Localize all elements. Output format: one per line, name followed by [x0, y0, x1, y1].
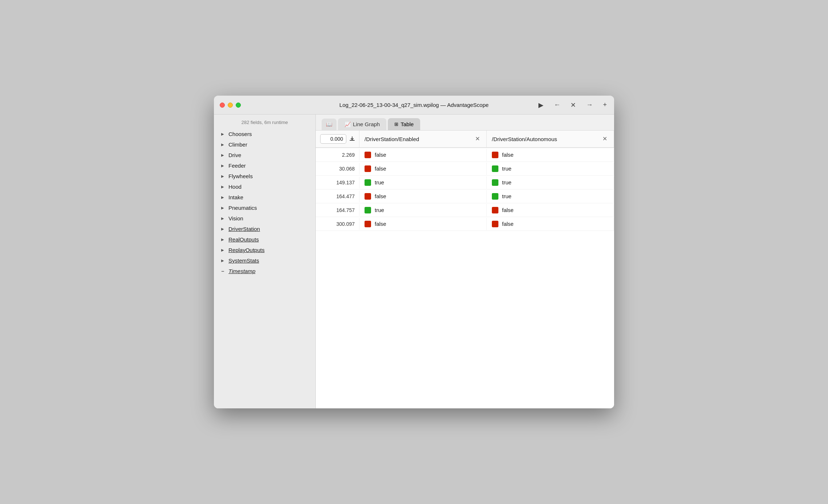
traffic-lights [220, 103, 241, 108]
arrow-icon: − [221, 268, 226, 274]
app-window: Log_22-06-25_13-00-34_q27_sim.wpilog — A… [214, 96, 614, 408]
column-header-enabled: /DriverStation/Enabled ✕ [359, 131, 487, 147]
sidebar-item-timestamp[interactable]: − Timestamp [214, 266, 315, 276]
time-input[interactable] [320, 134, 346, 144]
time-cell: 164.757 [316, 204, 359, 216]
arrow-icon: ▶ [221, 216, 226, 220]
value-text: true [375, 207, 384, 213]
sidebar-item-flywheels[interactable]: ▶ Flywheels [214, 171, 315, 181]
value-cell-autonomous: true [487, 190, 614, 203]
bool-indicator-red [365, 193, 371, 200]
line-graph-icon: 📈 [345, 121, 351, 127]
column-header-label: /DriverStation/Enabled [365, 136, 419, 142]
value-text: false [502, 221, 514, 227]
sidebar-item-climber[interactable]: ▶ Climber [214, 139, 315, 150]
time-input-cell [316, 131, 359, 147]
sidebar-item-intake[interactable]: ▶ Intake [214, 192, 315, 203]
value-text: false [375, 165, 386, 172]
close-button[interactable] [220, 103, 225, 108]
main-layout: 282 fields, 6m runtime ▶ Choosers ▶ Clim… [214, 115, 614, 408]
sidebar-item-label: Choosers [228, 131, 252, 137]
window-title: Log_22-06-25_13-00-34_q27_sim.wpilog — A… [339, 102, 489, 108]
bool-indicator-green [365, 207, 371, 213]
arrow-icon: ▶ [221, 195, 226, 199]
sidebar-item-driverstation[interactable]: ▶ DriverStation [214, 224, 315, 234]
time-cell: 149.137 [316, 177, 359, 188]
close-column-autonomous-button[interactable]: ✕ [601, 136, 609, 142]
close-column-enabled-button[interactable]: ✕ [474, 136, 481, 142]
sidebar-item-label: SystemStats [228, 257, 259, 264]
add-tab-button[interactable]: + [601, 100, 608, 110]
bool-indicator-red [492, 221, 498, 227]
window-close-button[interactable]: ✕ [569, 100, 577, 111]
sidebar-item-drive[interactable]: ▶ Drive [214, 150, 315, 160]
table-row: 164.757 true false [316, 203, 614, 217]
sidebar-item-choosers[interactable]: ▶ Choosers [214, 129, 315, 139]
value-text: true [502, 165, 511, 172]
tab-line-graph[interactable]: 📈 Line Graph [338, 118, 386, 130]
sidebar-item-replayoutputs[interactable]: ▶ ReplayOutputs [214, 245, 315, 255]
sidebar-item-vision[interactable]: ▶ Vision [214, 213, 315, 224]
value-cell-autonomous: false [487, 218, 614, 230]
time-cell: 300.097 [316, 218, 359, 230]
column-header-autonomous: /DriverStation/Autonomous ✕ [487, 131, 614, 147]
bool-indicator-green [492, 179, 498, 186]
table-area: /DriverStation/Enabled ✕ /DriverStation/… [316, 131, 614, 408]
time-cell: 2.269 [316, 149, 359, 161]
sidebar-item-label: Pneumatics [228, 205, 257, 211]
sidebar-item-label: Vision [228, 215, 243, 221]
arrow-icon: ▶ [221, 153, 226, 157]
back-button[interactable]: ← [552, 100, 562, 110]
sidebar-item-systemstats[interactable]: ▶ SystemStats [214, 255, 315, 266]
sidebar-item-pneumatics[interactable]: ▶ Pneumatics [214, 203, 315, 213]
value-text: false [375, 193, 386, 199]
forward-button[interactable]: → [585, 100, 594, 110]
arrow-icon: ▶ [221, 143, 226, 147]
sidebar: 282 fields, 6m runtime ▶ Choosers ▶ Clim… [214, 115, 316, 408]
tab-book[interactable]: 📖 [322, 119, 337, 130]
value-text: false [502, 152, 514, 158]
table-row: 300.097 false false [316, 217, 614, 231]
sidebar-stats: 282 fields, 6m runtime [214, 115, 315, 129]
sidebar-item-hood[interactable]: ▶ Hood [214, 181, 315, 192]
arrow-icon: ▶ [221, 132, 226, 136]
value-text: true [502, 193, 511, 199]
minimize-button[interactable] [228, 103, 233, 108]
table-row: 30.068 false true [316, 162, 614, 176]
arrow-icon: ▶ [221, 185, 226, 189]
arrow-icon: ▶ [221, 164, 226, 168]
value-text: true [502, 179, 511, 185]
value-cell-enabled: false [359, 190, 487, 203]
sidebar-item-feeder[interactable]: ▶ Feeder [214, 160, 315, 171]
time-cell: 164.477 [316, 191, 359, 202]
sidebar-item-label: ReplayOutputs [228, 247, 264, 253]
sidebar-item-label: Intake [228, 194, 243, 200]
value-text: false [375, 152, 386, 158]
sidebar-item-label: Feeder [228, 163, 246, 169]
bool-indicator-red [492, 207, 498, 213]
value-cell-enabled: false [359, 149, 487, 161]
download-button[interactable] [349, 135, 356, 143]
sidebar-item-label: Drive [228, 152, 241, 158]
arrow-icon: ▶ [221, 248, 226, 252]
sidebar-item-label: DriverStation [228, 226, 260, 232]
sidebar-item-label: Timestamp [228, 268, 255, 274]
table-icon: ⊞ [394, 121, 398, 127]
sidebar-item-realoutputs[interactable]: ▶ RealOutputs [214, 234, 315, 245]
tab-table[interactable]: ⊞ Table [388, 118, 420, 130]
table-row: 149.137 true true [316, 176, 614, 189]
maximize-button[interactable] [236, 103, 241, 108]
sidebar-item-label: Climber [228, 141, 247, 148]
content-area: 📖 📈 Line Graph ⊞ Table [316, 115, 614, 408]
value-cell-enabled: false [359, 218, 487, 230]
bool-indicator-red [365, 221, 371, 227]
table-row: 2.269 false false [316, 148, 614, 162]
tab-label: Table [401, 121, 414, 127]
table-row: 164.477 false true [316, 189, 614, 203]
arrow-icon: ▶ [221, 206, 226, 210]
value-text: true [375, 179, 384, 185]
value-text: false [502, 207, 514, 213]
arrow-icon: ▶ [221, 237, 226, 241]
play-button[interactable]: ▶ [537, 100, 545, 111]
sidebar-item-label: RealOutputs [228, 236, 259, 243]
